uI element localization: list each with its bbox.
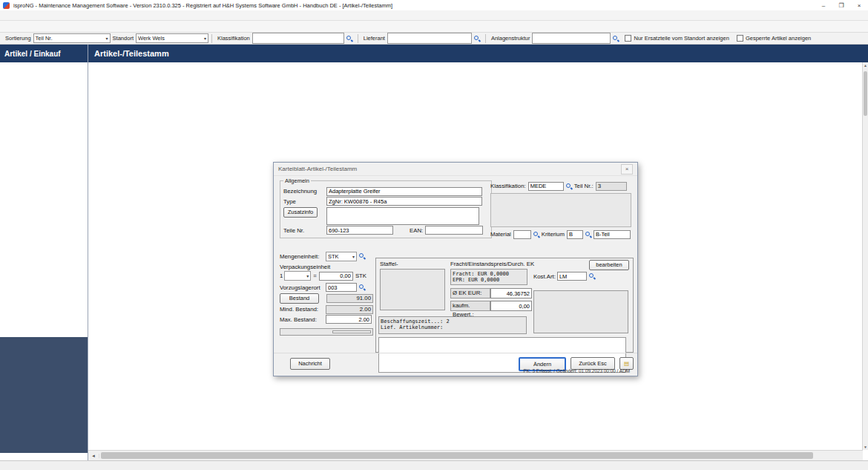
klassifikation-label: Klassifikation <box>217 35 250 42</box>
allgemein-group: Allgemein Bezeichnung Type Zusatzinfo Te… <box>280 177 492 238</box>
search-icon[interactable] <box>588 272 596 280</box>
sidebar-header: Artikel / Einkauf <box>0 45 88 62</box>
status-bar <box>0 460 868 470</box>
bestand-value: 91.00 <box>326 294 373 303</box>
only-spareparts-checkbox[interactable]: Nur Ersatzteile vom Standort anzeigen <box>625 35 729 42</box>
procurement-box: Beschaffungszeit...: 2 Lief. Artikelnumm… <box>378 316 527 334</box>
teilenr-field[interactable] <box>326 226 393 235</box>
dialog-title: Karteiblatt-Artikel-/Teilestamm <box>278 166 357 172</box>
mind-bestand-label: Mind. Bestand: <box>280 306 326 313</box>
klassifikation-field[interactable] <box>528 182 564 191</box>
mengeneinheit-combobox[interactable]: STK▾ <box>326 252 357 261</box>
horizontal-scrollbar[interactable]: ◄ <box>88 450 863 460</box>
nachricht-button[interactable]: Nachricht <box>290 358 330 370</box>
ve-prefix: 1 <box>280 272 283 279</box>
search-icon[interactable] <box>612 35 619 42</box>
kaufm-label: kaufm. Bewert.: <box>450 301 490 311</box>
teilnr-readonly: 3 <box>596 182 627 191</box>
ve-value-field[interactable] <box>319 272 353 281</box>
dialog-titlebar[interactable]: Karteiblatt-Artikel-/Teilestamm × <box>274 163 637 176</box>
verpackungseinheit-label: Verpackungseinheit <box>280 264 330 270</box>
kostart-field[interactable] <box>557 272 587 281</box>
show-locked-articles-checkbox[interactable]: Gesperrte Artikel anzeigen <box>737 35 811 42</box>
oek-label: Ø EK EUR: <box>450 288 490 298</box>
ean-label: EAN: <box>410 227 423 234</box>
search-icon[interactable] <box>533 231 540 238</box>
fracht-line: Fracht: EUR 0,0000 <box>453 271 525 277</box>
close-icon[interactable]: × <box>621 164 633 174</box>
anlagenstruktur-input[interactable] <box>532 33 611 44</box>
sidebar-list <box>0 62 88 337</box>
allgemein-legend: Allgemein <box>283 177 311 184</box>
quantity-panel: Mengeneinheit: STK▾ Verpackungseinheit 1… <box>280 250 373 336</box>
page-title: Artikel-/Teilestamm <box>88 45 868 62</box>
staffel-label: Staffel- <box>380 261 398 267</box>
scrollbar-thumb[interactable] <box>101 452 813 459</box>
ve-unit: STK <box>355 272 366 279</box>
bearbeiten-button[interactable]: bearbeiten <box>589 260 629 270</box>
bezeichnung-field[interactable] <box>326 187 482 196</box>
type-label: Type <box>283 198 326 205</box>
toolbar <box>0 21 868 33</box>
search-icon[interactable] <box>358 284 366 291</box>
klassifikation-input[interactable] <box>252 33 344 44</box>
module-navigation <box>0 337 88 453</box>
material-label: Material <box>490 231 511 238</box>
vorzugslagerort-label: Vorzugslagerort <box>280 284 326 291</box>
kostart-label: Kost.Art: <box>533 273 556 280</box>
standort-combobox[interactable]: Werk Wels▾ <box>136 33 208 43</box>
classification-tree[interactable] <box>490 193 631 227</box>
bezeichnung-label: Bezeichnung <box>283 188 326 195</box>
sort-combobox[interactable]: Teil Nr.▾ <box>33 33 111 43</box>
window-title: isproNG - Maintenance Management Softwar… <box>13 2 392 9</box>
teilnr-label: Teil Nr.: <box>574 183 594 189</box>
maximize-icon[interactable]: ❐ <box>832 1 850 10</box>
dialog-footer: Nachricht Ändern Zurück Esc ▤ PK: 3 Erfa… <box>274 353 637 376</box>
standort-label: Standort <box>113 35 134 42</box>
max-bestand-field[interactable] <box>326 315 372 324</box>
scrollbar-thumb[interactable] <box>864 71 867 116</box>
search-icon[interactable] <box>473 35 481 42</box>
vorzugslagerort-field[interactable] <box>326 283 357 292</box>
kriterium-field[interactable] <box>567 230 583 239</box>
close-icon[interactable]: × <box>850 1 868 10</box>
lieferant-label: Lieferant <box>364 35 385 42</box>
lieferant-input[interactable] <box>387 33 472 44</box>
ve-equals: = <box>313 272 317 279</box>
epr-line: EPR: EUR 0,0000 <box>453 277 525 283</box>
kriterium-label: Kriterium <box>542 231 565 238</box>
search-icon[interactable] <box>585 231 592 238</box>
klassifikation-group: Klassifikation: Teil Nr.: 3 Material Kri… <box>490 180 631 252</box>
fracht-label: Fracht/Einstandspreis/Durch. EK <box>450 261 534 267</box>
zusatzinfo-textarea[interactable] <box>326 207 479 225</box>
search-icon[interactable] <box>565 183 573 190</box>
scroll-down-icon[interactable]: ▼ <box>863 445 868 449</box>
sidebar: Artikel / Einkauf <box>0 45 88 460</box>
search-icon[interactable] <box>358 252 366 260</box>
karteiblatt-dialog: Karteiblatt-Artikel-/Teilestamm × Allgem… <box>273 162 638 376</box>
scroll-left-icon[interactable]: ◄ <box>88 454 99 458</box>
ean-field[interactable] <box>425 226 483 235</box>
search-icon[interactable] <box>346 35 353 42</box>
filter-bar: Sortierung Teil Nr.▾ Standort Werk Wels▾… <box>0 33 868 45</box>
app-icon <box>3 2 10 9</box>
kriterium-text-field[interactable] <box>594 230 631 239</box>
application-window: isproNG - Maintenance Management Softwar… <box>0 0 868 470</box>
window-titlebar: isproNG - Maintenance Management Softwar… <box>0 0 868 11</box>
beschaffungszeit-line: Beschaffungszeit...: 2 <box>381 319 525 324</box>
ve-combobox[interactable]: ▾ <box>284 271 311 281</box>
sort-label: Sortierung <box>5 35 31 42</box>
anlagenstruktur-label: Anlagenstruktur <box>491 35 530 42</box>
einkauf-tab-panel: Staffel- Fracht/Einstandspreis/Durch. EK… <box>375 258 634 353</box>
minimize-icon[interactable]: – <box>815 1 832 10</box>
kaufm-field[interactable] <box>490 301 532 311</box>
scroll-up-icon[interactable]: ▲ <box>863 63 868 68</box>
teilenr-label: Teile Nr. <box>283 227 326 234</box>
type-field[interactable] <box>326 197 482 206</box>
zusatzinfo-button[interactable]: Zusatzinfo <box>283 207 318 218</box>
bestand-button[interactable]: Bestand <box>280 293 319 304</box>
vertical-scrollbar[interactable]: ▲ ▼ <box>862 62 868 450</box>
stock-summary-box <box>280 328 373 336</box>
material-field[interactable] <box>513 230 531 239</box>
oek-field[interactable] <box>490 288 532 298</box>
